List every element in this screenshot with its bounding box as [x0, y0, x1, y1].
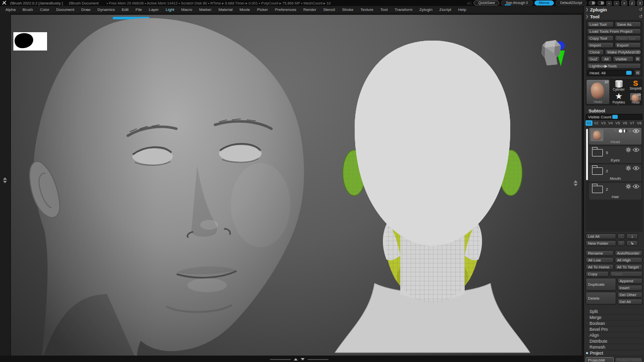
move-out-folder-button[interactable]: ↱: [617, 240, 625, 246]
project-history-button[interactable]: Project History: [615, 357, 643, 362]
subtool-folder-row[interactable]: 2 Mouth: [589, 164, 642, 181]
load-tool-button[interactable]: Load Tool: [587, 21, 614, 27]
menu-dynamics[interactable]: Dynamics: [94, 7, 118, 12]
visible-count-slider[interactable]: Visible Count 9: [586, 114, 643, 120]
subtool-tab-v7[interactable]: V7: [629, 120, 636, 126]
tablet-hand-icon[interactable]: ✦: [606, 1, 612, 5]
menu-file[interactable]: File: [132, 7, 146, 12]
zplugin-palette-header[interactable]: ❯ Zplugin ↺: [586, 6, 643, 13]
canvas-viewport[interactable]: [0, 13, 584, 362]
tablet-hand-icon[interactable]: ✦: [614, 1, 619, 5]
tool-palette-header[interactable]: ❯ Tool ↺: [586, 13, 643, 20]
menu-document[interactable]: Document: [53, 7, 78, 12]
clone-button[interactable]: Clone: [587, 49, 604, 55]
menu-light[interactable]: Light: [162, 7, 177, 12]
duplicate-button[interactable]: Duplicate: [586, 278, 616, 291]
paste-tool-button[interactable]: Paste Tool: [615, 35, 642, 41]
reload-palette-icon[interactable]: ↺: [639, 14, 643, 19]
subsection-split[interactable]: Split: [586, 309, 643, 314]
export-button[interactable]: Export: [615, 42, 642, 48]
simplebrush-tool[interactable]: S SimpleB: [627, 79, 644, 93]
script-button[interactable]: ∂: [629, 0, 635, 5]
menu-stencil[interactable]: Stencil: [320, 7, 338, 12]
polymesh3d-tool[interactable]: ★ PolyMes: [610, 93, 627, 105]
head-tool-small[interactable]: 10 Head: [627, 93, 644, 105]
subtool-tab-v6[interactable]: V6: [622, 120, 629, 126]
del-other-button[interactable]: Del Other: [617, 292, 643, 298]
reload-palette-icon[interactable]: ↺: [639, 7, 643, 12]
list-all-button[interactable]: List All: [586, 233, 616, 239]
all-high-button[interactable]: All High: [615, 257, 643, 263]
make-polymesh3d-button[interactable]: Make PolyMesh3D: [605, 49, 641, 55]
visibility-eye-icon[interactable]: [633, 166, 640, 170]
menu-macro[interactable]: Macro: [178, 7, 196, 12]
menu-layer[interactable]: Layer: [145, 7, 162, 12]
sculpt-head-model[interactable]: [3, 17, 340, 361]
polypaint-half-icon[interactable]: [624, 129, 627, 133]
subsection-bevel-pro[interactable]: Bevel Pro: [586, 326, 643, 332]
gear-icon[interactable]: [626, 184, 631, 189]
gear-icon[interactable]: [626, 147, 631, 153]
menu-preferences[interactable]: Preferences: [271, 7, 300, 12]
menu-movie[interactable]: Movie: [236, 7, 253, 12]
visibility-eye-icon[interactable]: [633, 129, 640, 133]
bottom-tray-toggle[interactable]: [270, 358, 328, 361]
subsection-remesh[interactable]: Remesh: [586, 344, 643, 350]
menu-edit[interactable]: Edit: [118, 7, 132, 12]
subtool-tab-v4[interactable]: V4: [607, 120, 614, 126]
insert-button[interactable]: Insert: [617, 285, 643, 291]
head-tool-slider[interactable]: Head. 48: [587, 70, 634, 76]
window-menu-button[interactable]: ≡: [621, 0, 627, 5]
menu-zplugin[interactable]: Zplugin: [416, 7, 436, 12]
default-zscript-button[interactable]: DefaultZScript: [556, 0, 587, 5]
paintbrush-icon[interactable]: ✎: [614, 129, 617, 133]
visibility-eye-icon[interactable]: [633, 148, 640, 152]
goz-button[interactable]: GoZ: [587, 56, 600, 62]
subsection-project[interactable]: Project: [586, 350, 643, 356]
goz-r-button[interactable]: R: [635, 56, 641, 62]
close-button[interactable]: X: [637, 0, 643, 5]
rename-button[interactable]: Rename: [586, 250, 614, 256]
menu-color[interactable]: Color: [36, 7, 53, 12]
menu-marker[interactable]: Marker: [196, 7, 215, 12]
menus-toggle-button[interactable]: Menus: [535, 0, 554, 5]
import-button[interactable]: Import: [587, 42, 614, 48]
subtool-tab-v5[interactable]: V5: [614, 120, 621, 126]
save-as-button[interactable]: Save As: [615, 21, 642, 27]
menu-picker[interactable]: Picker: [254, 7, 271, 12]
del-all-button[interactable]: Del All: [617, 299, 643, 305]
all-low-button[interactable]: All Low: [586, 257, 614, 263]
subtool-tab-v8[interactable]: V8: [636, 120, 643, 126]
polypaint-on-icon[interactable]: [619, 129, 622, 133]
project-all-button[interactable]: ProjectAll: [586, 357, 614, 362]
subsection-boolean[interactable]: Boolean: [586, 320, 643, 326]
autoreorder-button[interactable]: AutoReorder: [615, 250, 643, 256]
load-tools-from-project-button[interactable]: Load Tools From Project: [587, 28, 641, 34]
all-to-home-button[interactable]: All To Home: [586, 264, 614, 270]
uv-icon[interactable]: ●: [629, 129, 631, 133]
subtool-section-header[interactable]: Subtool: [586, 107, 643, 114]
goz-all-button[interactable]: All: [601, 56, 612, 62]
cylinder-tool[interactable]: Cylinder: [610, 79, 627, 93]
left-tray-toggle[interactable]: [3, 177, 7, 183]
menu-tool[interactable]: Tool: [377, 7, 391, 12]
delete-button[interactable]: Delete: [586, 292, 616, 305]
right-tray-toggle[interactable]: [574, 180, 578, 186]
slider-handle[interactable]: [626, 71, 632, 75]
menu-alpha[interactable]: Alpha: [2, 7, 19, 12]
visibility-eye-icon[interactable]: [633, 184, 640, 189]
copy-subtool-button[interactable]: Copy: [586, 271, 609, 277]
active-tool-thumbnail[interactable]: 10 Head: [587, 80, 609, 104]
subtool-down-button[interactable]: ↓: [626, 233, 638, 239]
copy-tool-button[interactable]: Copy Tool: [587, 35, 614, 41]
slider-handle[interactable]: [612, 115, 618, 119]
all-to-target-button[interactable]: All To Target: [615, 264, 643, 270]
wireframe-head-model[interactable]: [326, 27, 539, 355]
menu-transform[interactable]: Transform: [391, 7, 416, 12]
menu-brush[interactable]: Brush: [19, 7, 36, 12]
subtool-tab-v3[interactable]: V3: [600, 120, 607, 126]
menu-help[interactable]: Help: [455, 7, 470, 12]
subtool-folder-row[interactable]: 2 Hair: [589, 183, 642, 200]
subtool-tab-v2[interactable]: V2: [593, 120, 600, 126]
menu-texture[interactable]: Texture: [357, 7, 377, 12]
